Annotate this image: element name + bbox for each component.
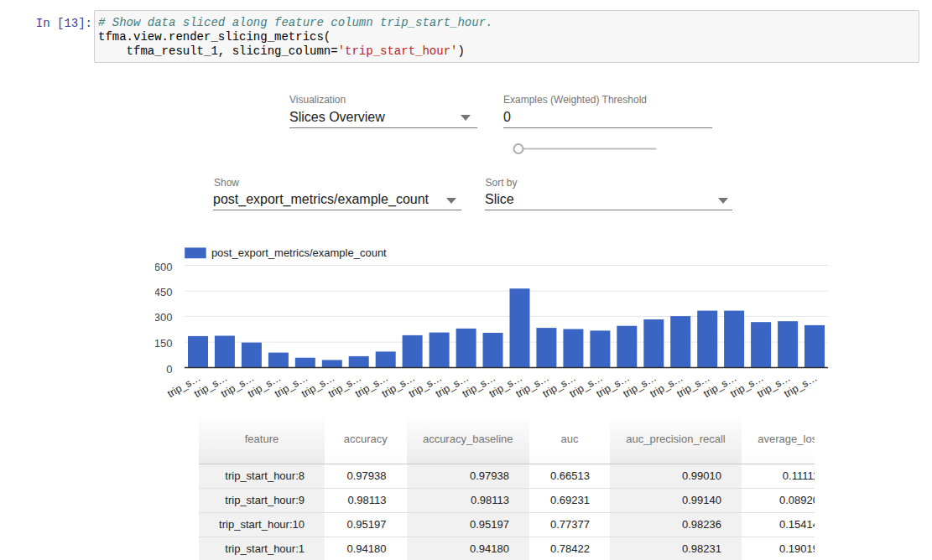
svg-text:150: 150 xyxy=(155,337,173,350)
svg-text:0: 0 xyxy=(166,363,172,376)
svg-text:300: 300 xyxy=(155,311,173,324)
svg-text:600: 600 xyxy=(155,261,173,273)
svg-text:post_export_metrics/example_co: post_export_metrics/example_count xyxy=(211,246,387,259)
svg-text:450: 450 xyxy=(155,286,173,298)
